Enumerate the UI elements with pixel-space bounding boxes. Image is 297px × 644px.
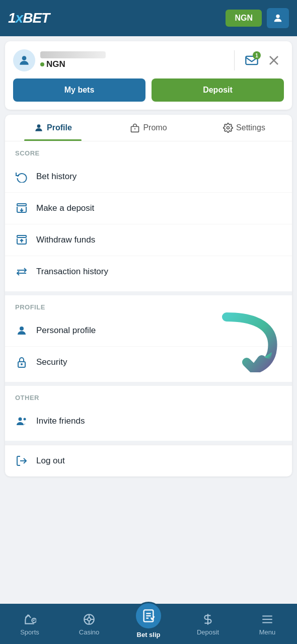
deposit-button[interactable]: Deposit: [152, 78, 284, 102]
tab-profile-label: Profile: [47, 123, 72, 132]
currency-button[interactable]: NGN: [226, 10, 262, 27]
deposit-nav-label: Deposit: [197, 628, 219, 636]
bet-history-item[interactable]: Bet history: [5, 161, 292, 193]
security-icon: [15, 356, 28, 369]
tab-settings-label: Settings: [236, 123, 265, 132]
tabs-row: Profile Promo Settings: [5, 115, 292, 141]
tab-profile[interactable]: Profile: [5, 115, 101, 141]
make-deposit-label: Make a deposit: [36, 203, 94, 213]
security-item[interactable]: Security: [5, 347, 292, 378]
bet-history-icon: [15, 170, 28, 183]
menu-icon: [260, 612, 274, 626]
personal-profile-icon: [15, 324, 28, 337]
promo-tab-icon: [130, 123, 140, 133]
logo-text: 1xBET: [8, 10, 49, 26]
logo: 1xBET: [8, 10, 49, 26]
svg-rect-11: [17, 235, 26, 237]
betslip-nav-label: Bet slip: [137, 631, 161, 638]
profile-section-label: PROFILE: [5, 295, 292, 315]
transaction-history-item[interactable]: Transaction history: [5, 256, 292, 287]
svg-point-19: [24, 418, 26, 421]
transaction-history-icon: [15, 265, 28, 278]
personal-profile-item[interactable]: Personal profile: [5, 315, 292, 347]
other-menu-section: OTHER Invite friends: [5, 386, 292, 441]
svg-point-5: [37, 124, 41, 128]
svg-point-15: [20, 327, 24, 331]
menu-nav-label: Menu: [259, 628, 276, 636]
user-info: NGN: [40, 51, 106, 69]
nav-menu[interactable]: Menu: [238, 612, 297, 636]
withdraw-funds-icon: [15, 233, 28, 247]
balance-indicator: [40, 62, 44, 66]
nav-betslip[interactable]: Bet slip: [119, 602, 178, 638]
user-card: NGN 1 My bets Deposit: [5, 41, 292, 110]
header-right: NGN: [226, 8, 289, 28]
nav-deposit[interactable]: Deposit: [178, 612, 238, 636]
nav-casino[interactable]: Casino: [59, 612, 119, 636]
card-buttons: My bets Deposit: [13, 78, 284, 102]
bottom-spacer: [0, 481, 297, 527]
casino-nav-label: Casino: [79, 628, 99, 636]
tab-settings[interactable]: Settings: [196, 115, 292, 141]
tab-promo-label: Promo: [143, 123, 167, 132]
profile-section: Profile Promo Settings SCORE: [5, 115, 292, 476]
logout-section: Log out: [5, 445, 292, 476]
logout-item[interactable]: Log out: [5, 445, 292, 476]
mail-badge: 1: [253, 51, 261, 59]
user-icon: [272, 13, 283, 24]
score-section-label: SCORE: [5, 141, 292, 161]
deposit-nav-icon: [201, 612, 215, 626]
user-balance: NGN: [40, 59, 106, 69]
user-account-button[interactable]: [267, 8, 289, 28]
my-bets-button[interactable]: My bets: [13, 78, 145, 102]
bottom-navigation: Sports Casino Bet slip: [0, 604, 297, 644]
mail-button[interactable]: 1: [242, 50, 262, 70]
user-avatar-area: NGN: [13, 49, 227, 71]
close-button[interactable]: [264, 50, 284, 70]
casino-icon: [82, 612, 96, 626]
vertical-divider: [234, 50, 235, 70]
make-deposit-icon: [15, 202, 28, 215]
personal-profile-label: Personal profile: [36, 326, 96, 336]
svg-point-17: [21, 364, 22, 365]
transaction-history-label: Transaction history: [36, 267, 108, 277]
profile-tab-icon: [34, 123, 44, 133]
svg-point-18: [19, 418, 22, 421]
withdraw-funds-item[interactable]: Withdraw funds: [5, 224, 292, 256]
svg-point-1: [22, 56, 27, 60]
profile-menu-section: PROFILE Personal profile Security: [5, 295, 292, 382]
settings-tab-icon: [223, 123, 233, 133]
logout-icon: [15, 454, 28, 467]
svg-point-8: [227, 127, 230, 129]
betslip-circle: [134, 602, 163, 630]
user-card-top: NGN 1: [13, 49, 284, 71]
logout-label: Log out: [36, 456, 65, 466]
section-divider-2: [5, 382, 292, 386]
avatar-icon: [18, 54, 31, 67]
security-label: Security: [36, 357, 67, 367]
username-blurred: [40, 51, 106, 58]
section-divider-3: [5, 441, 292, 445]
svg-rect-9: [17, 204, 26, 206]
tab-promo[interactable]: Promo: [101, 115, 196, 141]
svg-point-26: [88, 617, 91, 621]
header: 1xBET NGN: [0, 0, 297, 36]
invite-friends-item[interactable]: Invite friends: [5, 406, 292, 437]
other-section-label: OTHER: [5, 386, 292, 406]
nav-sports[interactable]: Sports: [0, 612, 59, 636]
score-menu-section: SCORE Bet history Make a deposit: [5, 141, 292, 291]
close-icon: [268, 54, 280, 66]
avatar: [13, 49, 35, 71]
invite-friends-icon: [15, 415, 28, 428]
section-divider-1: [5, 291, 292, 295]
svg-point-22: [32, 618, 36, 622]
invite-friends-label: Invite friends: [36, 416, 85, 426]
sports-icon: [23, 612, 37, 626]
withdraw-funds-label: Withdraw funds: [36, 235, 95, 245]
sports-nav-label: Sports: [20, 628, 39, 636]
bet-history-label: Bet history: [36, 172, 77, 182]
make-deposit-item[interactable]: Make a deposit: [5, 193, 292, 224]
svg-point-0: [276, 15, 279, 18]
